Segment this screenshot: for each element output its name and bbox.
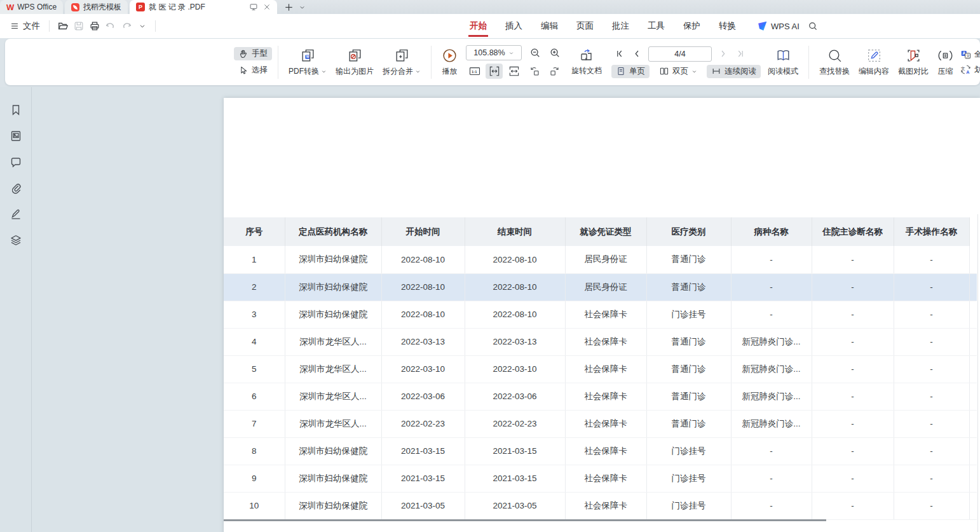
tab-insert[interactable]: 插入 [505, 14, 522, 38]
print-button[interactable] [86, 18, 102, 34]
zoom-out-icon [529, 47, 541, 58]
compress-button[interactable]: 压缩 [933, 46, 958, 79]
table-cell: 社会保障卡 [565, 410, 646, 437]
table-row: 9深圳市妇幼保健院2021-03-152021-03-15社会保障卡门诊挂号--… [224, 465, 977, 492]
tab-wps-office[interactable]: W WPS Office [0, 0, 63, 14]
separator [155, 20, 156, 32]
bookmark-icon [10, 104, 22, 116]
zoom-level-select[interactable]: 105.88% [466, 45, 522, 60]
tab-edit[interactable]: 编辑 [541, 14, 558, 38]
last-page-button[interactable] [732, 46, 749, 62]
layers-panel-button[interactable] [7, 233, 25, 248]
quick-access-chevron-icon[interactable] [134, 18, 150, 34]
table-cell: - [894, 410, 969, 437]
edit-content-button[interactable]: 编辑内容 [854, 46, 894, 79]
play-button[interactable]: 播放 [437, 46, 462, 79]
page-number-input[interactable]: 4/4 [648, 46, 712, 62]
word-translate-button[interactable]: 文A 划词翻译 [960, 64, 980, 75]
table-header-cell: 手术操作名称 [894, 217, 969, 246]
find-replace-icon [827, 48, 843, 64]
bookmarks-panel-button[interactable] [7, 102, 25, 118]
export-image-button[interactable]: 输出为图片 [331, 46, 378, 79]
document-workspace: 序号定点医药机构名称开始时间结束时间就诊凭证类型医疗类别病种名称住院主诊断名称手… [0, 87, 980, 532]
table-cell: 2022-02-23 [465, 410, 565, 437]
file-menu-button[interactable]: 文件 [6, 18, 44, 34]
export-image-icon [347, 48, 363, 64]
rotate-document-button[interactable]: 旋转文档 [567, 46, 606, 78]
tab-label: WPS Office [17, 3, 57, 11]
undo-button[interactable] [102, 18, 118, 34]
fit-width-icon [488, 65, 501, 78]
save-button[interactable] [71, 18, 86, 34]
hand-tool-button[interactable]: 手型 [234, 47, 272, 60]
screenshot-compare-button[interactable]: 截图对比 [894, 46, 933, 79]
tab-protect[interactable]: 保护 [683, 14, 700, 38]
table-cell-cut [969, 273, 977, 301]
pdf-convert-button[interactable]: W PDF转换 [284, 46, 331, 79]
double-page-button[interactable]: 双页 [655, 65, 702, 78]
table-cell: 深圳市妇幼保健院 [285, 437, 381, 465]
table-cell: 2022-08-10 [465, 301, 565, 328]
tab-document-pdf[interactable]: P 就 医 记 录 .PDF [130, 0, 277, 14]
ribbon-toolbar: 手型 选择 W PDF转换 输出为图片 拆分合并 [5, 39, 980, 85]
previous-page-button[interactable] [629, 46, 646, 62]
tab-page[interactable]: 页面 [576, 14, 594, 38]
next-page-button[interactable] [714, 46, 732, 62]
tab-list-chevron-icon[interactable] [299, 4, 306, 11]
fit-page-button[interactable] [505, 64, 522, 79]
table-cell: 社会保障卡 [565, 492, 646, 519]
tab-docer-templates[interactable]: 找稻壳模板 [65, 0, 128, 14]
rotate-left-button[interactable] [526, 64, 543, 79]
thumbnails-panel-button[interactable] [7, 128, 25, 144]
table-cell: 居民身份证 [565, 273, 646, 301]
table-cell: 2022-03-10 [381, 355, 465, 383]
table-cell: 深圳市龙华区人... [285, 410, 381, 437]
wps-logo-icon: W [6, 3, 13, 12]
tab-comment[interactable]: 批注 [612, 14, 629, 38]
table-cell: - [812, 328, 894, 355]
screen-share-icon[interactable] [249, 3, 258, 11]
zoom-out-button[interactable] [526, 45, 543, 60]
rotate-right-icon [548, 65, 561, 78]
table-cell: 5 [224, 355, 285, 383]
table-cell: 社会保障卡 [565, 383, 646, 410]
continuous-read-button[interactable]: 连续阅读 [707, 65, 761, 78]
select-tool-button[interactable]: 选择 [234, 64, 272, 77]
fit-width-button[interactable] [486, 64, 503, 79]
first-page-button[interactable] [611, 46, 629, 62]
comments-panel-button[interactable] [7, 154, 25, 170]
new-tab-icon[interactable] [284, 3, 294, 12]
tab-tools[interactable]: 工具 [648, 14, 665, 38]
zoom-in-button[interactable] [546, 45, 563, 60]
signature-panel-button[interactable] [7, 207, 25, 222]
wps-pdf-window: W WPS Office 找稻壳模板 P 就 医 记 录 .PDF [0, 0, 980, 532]
table-cell: 3 [224, 301, 285, 328]
table-cell: 普通门诊 [646, 410, 731, 437]
split-merge-button[interactable]: 拆分合并 [378, 46, 425, 79]
table-cell: 门诊挂号 [646, 465, 731, 492]
wps-ai-button[interactable]: WPS AI [758, 14, 800, 38]
table-cell: 普通门诊 [646, 383, 731, 410]
close-tab-icon[interactable] [263, 3, 271, 11]
table-cell-cut [969, 328, 977, 355]
tab-home[interactable]: 开始 [470, 14, 487, 38]
attachments-panel-button[interactable] [7, 181, 25, 196]
single-page-button[interactable]: 单页 [611, 65, 650, 78]
pdf-viewport[interactable]: 序号定点医药机构名称开始时间结束时间就诊凭证类型医疗类别病种名称住院主诊断名称手… [32, 87, 980, 532]
table-row: 10深圳市妇幼保健院2021-03-052021-03-05社会保障卡门诊挂号-… [224, 492, 977, 519]
full-text-translate-button[interactable]: A文 全文翻译 [960, 49, 980, 60]
find-replace-button[interactable]: 查找替换 [815, 46, 854, 79]
table-cell: - [812, 355, 894, 383]
search-button[interactable] [808, 21, 818, 31]
actual-size-button[interactable]: 1:1 [466, 64, 483, 79]
open-file-button[interactable] [55, 18, 71, 34]
rotate-right-button[interactable] [546, 64, 563, 79]
docer-icon [71, 3, 79, 11]
tab-label: 找稻壳模板 [83, 2, 121, 13]
reading-mode-button[interactable]: 阅读模式 [763, 46, 803, 79]
tab-convert[interactable]: 转换 [719, 14, 736, 38]
redo-button[interactable] [118, 18, 134, 34]
table-cell: 普通门诊 [646, 273, 731, 301]
table-cell: 社会保障卡 [565, 355, 646, 383]
table-cell: - [812, 246, 894, 273]
